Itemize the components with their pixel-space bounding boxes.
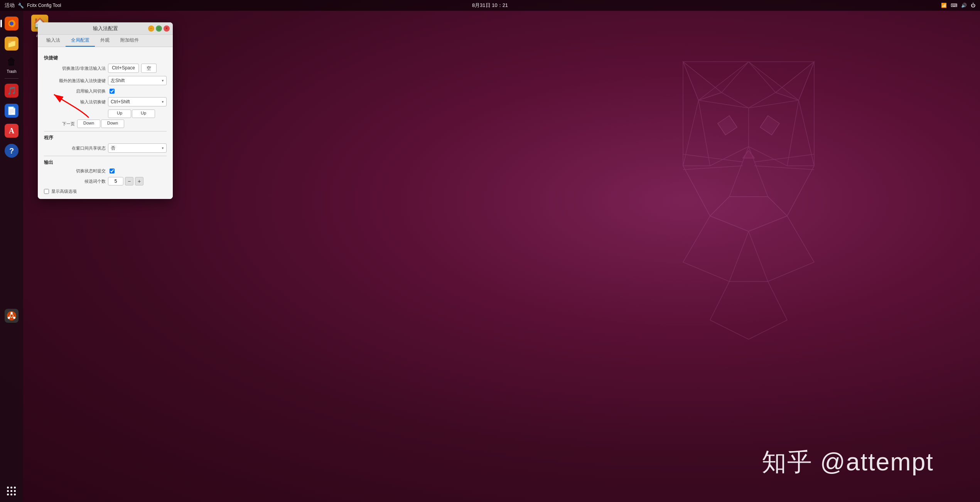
commit-on-switch-label: 切换状态时提交 — [44, 168, 106, 174]
show-advanced-label: 显示高级选项 — [51, 189, 77, 194]
dock-separator — [5, 78, 19, 79]
enable-switch-checkbox[interactable] — [110, 89, 115, 94]
candidates-row: 候选词个数 5 − + — [44, 177, 167, 185]
dialog-content: 快捷键 切换激活/非激活输入法 Ctrl+Space 空 额外的激活输入法快捷键… — [38, 47, 173, 199]
dock: 📁 🗑 Trash 🎵 📄 A ? — [0, 11, 23, 502]
svg-line-39 — [710, 320, 749, 339]
toggle-active-key1[interactable]: Ctrl+Space — [108, 64, 139, 73]
close-button[interactable]: × — [164, 25, 170, 32]
stepper-minus-button[interactable]: − — [125, 177, 133, 185]
minimize-button[interactable]: − — [148, 25, 154, 32]
ubuntu-icon — [5, 309, 19, 323]
help-icon: ? — [5, 144, 19, 158]
show-advanced-checkbox[interactable] — [44, 189, 49, 194]
text-editor-icon: 📄 — [5, 104, 19, 118]
share-state-row: 在窗口间共享状态 否 — [44, 143, 167, 153]
share-state-select-wrapper: 否 — [108, 143, 167, 153]
program-section-title: 程序 — [44, 135, 167, 141]
fcitx-config-dialog: 输入法配置 − □ × 输入法 全局配置 外观 附加组件 快捷键 切换激活/非激… — [38, 22, 173, 199]
next-page-label: 下一页 — [44, 121, 75, 127]
dock-item-files[interactable]: 📁 — [3, 35, 20, 52]
svg-point-44 — [10, 312, 13, 314]
candidates-label: 候选词个数 — [44, 179, 106, 184]
shortcuts-section-title: 快捷键 — [44, 55, 167, 61]
dock-item-firefox[interactable] — [3, 15, 20, 32]
dock-item-rhythmbox[interactable]: 🎵 — [3, 82, 20, 99]
candidates-stepper: 5 − + — [108, 177, 167, 185]
dock-item-ubuntu[interactable] — [3, 307, 20, 325]
tab-addons[interactable]: 附加组件 — [115, 35, 144, 47]
cat-art-decoration — [575, 31, 922, 378]
firefox-icon — [5, 17, 19, 30]
dock-item-trash[interactable]: 🗑 — [3, 55, 20, 69]
prev-page-key1[interactable]: Up — [108, 109, 131, 118]
network-icon: 📶 — [941, 3, 947, 8]
svg-point-45 — [8, 317, 10, 319]
switch-key-row: 输入法切换键 Ctrl+Shift — [44, 97, 167, 106]
prev-page-keys: Up Up — [108, 109, 155, 118]
toggle-active-label: 切换激活/非激活输入法 — [44, 66, 106, 71]
toggle-active-key2[interactable]: 空 — [141, 64, 157, 73]
trash-icon: 🗑 — [5, 55, 19, 69]
power-icon: ⏻ — [971, 3, 975, 8]
topbar-datetime: 8月31日 10：21 — [472, 2, 508, 9]
switch-key-label: 输入法切换键 — [44, 99, 106, 105]
app-drawer-button[interactable] — [7, 487, 16, 496]
activities-button[interactable]: 活动 — [5, 2, 15, 9]
enable-switch-row: 启用输入间切换 — [44, 88, 167, 94]
enable-switch-label: 启用输入间切换 — [44, 88, 106, 94]
prev-page-row: Up Up — [44, 109, 167, 118]
stepper-plus-button[interactable]: + — [135, 177, 143, 185]
dialog-controls: − □ × — [148, 25, 170, 32]
dock-item-text-editor[interactable]: 📄 — [3, 102, 20, 120]
dock-item-software-center[interactable]: A — [3, 122, 20, 140]
next-page-key2[interactable]: Down — [101, 120, 124, 128]
switch-key-select-wrapper: Ctrl+Shift — [108, 97, 167, 106]
divider1 — [44, 131, 167, 131]
rhythmbox-icon: 🎵 — [5, 84, 19, 98]
app-indicator: 🔧 — [18, 3, 24, 8]
tab-global-config[interactable]: 全局配置 — [66, 35, 95, 47]
dialog-titlebar: 输入法配置 − □ × — [38, 22, 173, 35]
tab-appearance[interactable]: 外观 — [95, 35, 115, 47]
tab-input-method[interactable]: 输入法 — [41, 35, 66, 47]
topbar-left: 活动 🔧 Fcitx Config Tool — [5, 2, 61, 9]
svg-point-42 — [10, 22, 13, 25]
watermark: 知乎 @attempt — [762, 445, 934, 479]
svg-line-37 — [710, 281, 729, 320]
tab-bar: 输入法 全局配置 外观 附加组件 — [38, 35, 173, 47]
topbar-right: 📶 ⌨ 🔊 ⏻ — [941, 3, 975, 8]
maximize-button[interactable]: □ — [156, 25, 162, 32]
extra-activation-select-wrapper: 左Shift — [108, 76, 167, 85]
extra-activation-label: 额外的激活输入法快捷键 — [44, 78, 106, 84]
keyboard-icon: ⌨ — [951, 3, 957, 8]
svg-line-38 — [768, 281, 787, 320]
share-state-label: 在窗口间共享状态 — [44, 145, 106, 151]
toggle-active-row: 切换激活/非激活输入法 Ctrl+Space 空 — [44, 64, 167, 73]
output-section-title: 输出 — [44, 159, 167, 166]
next-page-key1[interactable]: Down — [77, 120, 100, 128]
commit-on-switch-checkbox[interactable] — [110, 168, 115, 174]
trash-label: Trash — [7, 69, 16, 74]
divider2 — [44, 156, 167, 156]
switch-key-select[interactable]: Ctrl+Shift — [108, 97, 167, 106]
candidates-value: 5 — [108, 177, 123, 185]
show-advanced-row: 显示高级选项 — [44, 189, 167, 194]
prev-page-key2[interactable]: Up — [132, 109, 155, 118]
next-page-row: 下一页 Down Down — [44, 120, 167, 128]
svg-line-40 — [749, 320, 787, 339]
files-icon: 📁 — [5, 37, 19, 51]
commit-on-switch-row: 切换状态时提交 — [44, 168, 167, 174]
volume-icon: 🔊 — [961, 3, 967, 8]
share-state-select[interactable]: 否 — [108, 143, 167, 153]
next-page-keys: Down Down — [77, 120, 124, 128]
topbar: 活动 🔧 Fcitx Config Tool 8月31日 10：21 📶 ⌨ 🔊… — [0, 0, 980, 11]
extra-activation-select[interactable]: 左Shift — [108, 76, 167, 85]
svg-point-46 — [13, 317, 15, 319]
extra-activation-row: 额外的激活输入法快捷键 左Shift — [44, 76, 167, 85]
dialog-title: 输入法配置 — [93, 25, 118, 32]
app-name-label: Fcitx Config Tool — [27, 3, 61, 8]
dock-item-help[interactable]: ? — [3, 142, 20, 160]
software-center-icon: A — [5, 124, 19, 138]
